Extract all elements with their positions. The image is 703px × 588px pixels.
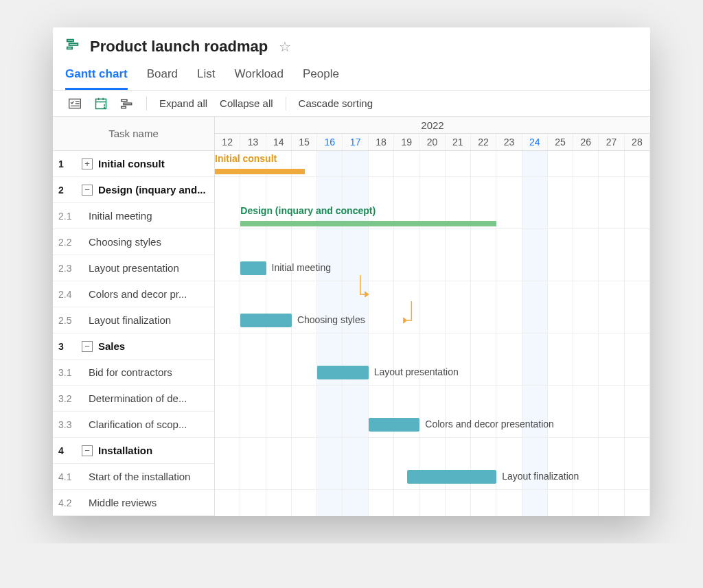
task-bar[interactable]: [407, 470, 497, 484]
task-number: 2.3: [58, 263, 76, 274]
task-label: Layout presentation: [82, 262, 214, 274]
task-number: 3: [58, 341, 76, 352]
task-row[interactable]: 3.2 Determination of de...: [53, 386, 214, 412]
gantt-chart-panel: 2022 1213141516171819202122232425262728 …: [215, 117, 650, 516]
gantt-row: Choosing styles: [215, 307, 650, 333]
task-row-group[interactable]: 2 − Design (inquary and...: [53, 177, 214, 203]
task-row[interactable]: 2.1 Initial meeting: [53, 203, 214, 229]
svg-rect-13: [122, 99, 127, 102]
tab-list[interactable]: List: [197, 63, 215, 90]
task-number: 4: [58, 445, 76, 456]
timeline-day[interactable]: 23: [496, 134, 522, 150]
favorite-star-icon[interactable]: ☆: [279, 38, 291, 55]
task-bar[interactable]: [240, 261, 266, 275]
task-row[interactable]: 3.3 Clarification of scop...: [53, 412, 214, 438]
page-title: Product launch roadmap: [90, 38, 268, 56]
task-bar-label: Colors and decor presentation: [425, 419, 554, 430]
tab-board[interactable]: Board: [147, 63, 178, 90]
group-bar[interactable]: [215, 169, 305, 174]
svg-rect-1: [69, 43, 78, 45]
task-row-group[interactable]: 1 + Initial consult: [53, 151, 214, 177]
task-row[interactable]: 2.3 Layout presentation: [53, 255, 214, 281]
gantt-grid: Task name 1 + Initial consult 2 − Design…: [53, 117, 650, 516]
task-row[interactable]: 4.2 Middle reviews: [53, 490, 214, 516]
task-row[interactable]: 3.1 Bid for contractors: [53, 360, 214, 386]
task-bar-label: Layout presentation: [374, 366, 459, 377]
task-bar-label: Layout finalization: [502, 471, 579, 482]
timeline-day[interactable]: 16: [317, 134, 343, 150]
task-bar[interactable]: [317, 366, 369, 379]
timeline-day[interactable]: 27: [599, 134, 624, 150]
task-list-panel: Task name 1 + Initial consult 2 − Design…: [53, 117, 215, 516]
gantt-row: Initial consult: [215, 151, 650, 177]
group-title: Design (inquary and concept): [240, 205, 376, 216]
task-number: 3.1: [58, 367, 76, 378]
gantt-row: Design (inquary and concept): [215, 203, 650, 229]
checklist-view-icon[interactable]: [65, 95, 84, 112]
timeline-day[interactable]: 25: [548, 134, 573, 150]
group-bar[interactable]: [240, 221, 496, 226]
timeline-day[interactable]: 14: [266, 134, 292, 150]
gantt-body: Initial consultDesign (inquary and conce…: [215, 151, 650, 516]
task-row-group[interactable]: 4 − Installation: [53, 438, 214, 464]
collapse-all-button[interactable]: Collapse all: [217, 95, 276, 112]
collapse-toggle-icon[interactable]: −: [82, 445, 93, 456]
gantt-row: Layout presentation: [215, 360, 650, 386]
timeline-day[interactable]: 22: [471, 134, 496, 150]
svg-rect-0: [67, 40, 73, 42]
task-bar[interactable]: [369, 418, 420, 432]
task-label: Start of the installation: [82, 471, 214, 482]
timeline-day[interactable]: 15: [292, 134, 317, 150]
task-name-header: Task name: [53, 117, 214, 151]
task-label: Layout finalization: [82, 314, 214, 326]
task-label: Installation: [98, 445, 214, 456]
timeline-day[interactable]: 17: [343, 134, 368, 150]
task-bar-label: Initial meeting: [272, 262, 331, 273]
task-row-group[interactable]: 3 − Sales: [53, 333, 214, 360]
task-label: Clarification of scop...: [82, 419, 214, 430]
expand-toggle-icon[interactable]: +: [82, 158, 93, 169]
collapse-toggle-icon[interactable]: −: [82, 185, 93, 196]
timeline-day[interactable]: 28: [625, 134, 650, 150]
group-title: Initial consult: [215, 153, 277, 164]
gantt-row: Layout finalization: [215, 464, 650, 490]
svg-point-12: [104, 107, 105, 108]
task-label: Bid for contractors: [82, 366, 214, 378]
calendar-alert-icon[interactable]: [91, 95, 111, 112]
task-bar[interactable]: [240, 314, 292, 327]
cascade-sorting-button[interactable]: Cascade sorting: [296, 95, 376, 112]
task-label: Choosing styles: [82, 236, 214, 248]
task-row[interactable]: 2.5 Layout finalization: [53, 307, 214, 333]
expand-all-button[interactable]: Expand all: [157, 95, 210, 112]
timeline-day[interactable]: 20: [419, 134, 445, 150]
gantt-logo-icon: [65, 37, 80, 56]
timeline-day[interactable]: 18: [369, 134, 394, 150]
timeline-days: 1213141516171819202122232425262728: [215, 134, 650, 150]
task-number: 2.5: [58, 315, 76, 326]
task-number: 4.1: [58, 471, 76, 482]
task-row[interactable]: 2.4 Colors and decor pr...: [53, 281, 214, 307]
gantt-toolbar: Expand all Collapse all Cascade sorting: [53, 91, 650, 117]
timeline-day[interactable]: 26: [573, 134, 599, 150]
timeline-day[interactable]: 13: [240, 134, 266, 150]
gantt-row: Initial meeting: [215, 255, 650, 281]
tab-people[interactable]: People: [303, 63, 339, 90]
timeline-day[interactable]: 19: [394, 134, 419, 150]
task-number: 4.2: [58, 497, 76, 508]
toolbar-separator: [146, 97, 147, 110]
tab-gantt-chart[interactable]: Gantt chart: [65, 63, 128, 90]
collapse-toggle-icon[interactable]: −: [82, 341, 93, 352]
timeline-day[interactable]: 21: [446, 134, 471, 150]
toolbar-separator: [286, 97, 286, 110]
task-bar-label: Choosing styles: [297, 314, 365, 325]
timeline-day[interactable]: 24: [522, 134, 548, 150]
task-row[interactable]: 4.1 Start of the installation: [53, 464, 214, 490]
tab-workload[interactable]: Workload: [235, 63, 284, 90]
gantt-bars-icon[interactable]: [117, 95, 137, 112]
svg-rect-15: [122, 106, 126, 108]
task-number: 2.1: [58, 211, 76, 222]
task-row[interactable]: 2.2 Choosing styles: [53, 229, 214, 255]
timeline-header: 2022 1213141516171819202122232425262728: [215, 117, 650, 151]
task-label: Colors and decor pr...: [82, 288, 214, 300]
timeline-day[interactable]: 12: [215, 134, 240, 150]
